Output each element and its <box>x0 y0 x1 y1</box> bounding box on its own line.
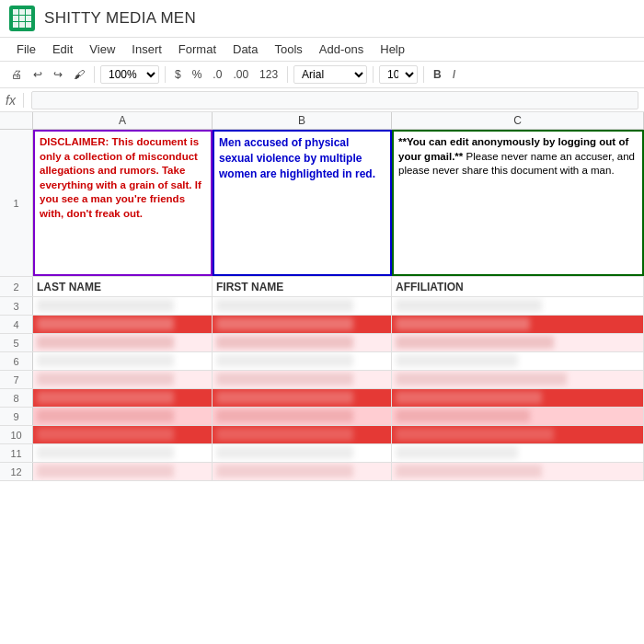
decimal1-button[interactable]: .0 <box>209 66 225 83</box>
table-row: 9 <box>0 408 644 426</box>
col-header-a[interactable]: A <box>33 112 213 129</box>
row-num-2: 2 <box>0 277 33 296</box>
cell-4a[interactable] <box>33 316 213 333</box>
italic-button[interactable]: I <box>449 66 459 83</box>
col-header-c[interactable]: C <box>392 112 644 129</box>
cell-2c[interactable]: AFFILIATION <box>392 277 644 296</box>
decimal2-button[interactable]: .00 <box>229 66 252 83</box>
bold-button[interactable]: B <box>430 66 445 83</box>
cell-10a[interactable] <box>33 426 213 443</box>
cell-6a[interactable] <box>33 352 213 370</box>
cell-3c[interactable] <box>392 297 644 315</box>
formula-input[interactable] <box>31 91 638 109</box>
menu-bar: File Edit View Insert Format Data Tools … <box>0 38 644 62</box>
disclaimer-text: DISCLAIMER: This document is only a coll… <box>40 135 206 221</box>
blurred-name <box>37 354 174 367</box>
row-num-7: 7 <box>0 371 33 388</box>
font-select[interactable]: Arial <box>293 65 367 84</box>
divider-5 <box>423 66 424 83</box>
blurred-affil <box>396 317 530 330</box>
cell-9b[interactable] <box>213 408 392 425</box>
cell-3a[interactable] <box>33 297 213 315</box>
font-size-select[interactable]: 10 <box>379 65 418 84</box>
blurred-name <box>216 428 353 441</box>
row-num-10: 10 <box>0 426 33 443</box>
menu-data[interactable]: Data <box>225 40 265 59</box>
cell-10c[interactable] <box>392 426 644 443</box>
formula-fx-label: fx <box>6 93 24 108</box>
cell-5b[interactable] <box>213 334 392 351</box>
cell-4c[interactable] <box>392 316 644 333</box>
cell-8b[interactable] <box>213 389 392 407</box>
blurred-name <box>37 299 174 312</box>
cell-8a[interactable] <box>33 389 213 407</box>
paint-format-button[interactable]: 🖌 <box>70 66 88 83</box>
menu-format[interactable]: Format <box>171 40 224 59</box>
table-row: 6 <box>0 352 644 371</box>
cell-5a[interactable] <box>33 334 213 351</box>
spreadsheet: A B C 1 DISCLAIMER: This document is onl… <box>0 112 644 481</box>
document-title: SHITTY MEDIA MEN <box>44 9 196 28</box>
menu-view[interactable]: View <box>82 40 122 59</box>
cell-8c[interactable] <box>392 389 644 407</box>
menu-insert[interactable]: Insert <box>124 40 169 59</box>
blurred-name <box>37 373 174 385</box>
cell-11c[interactable] <box>392 444 644 462</box>
blurred-name <box>216 465 353 477</box>
blurred-affil <box>396 409 530 422</box>
toolbar: 🖨 ↩ ↪ 🖌 100% $ % .0 .00 123 Arial 10 B I <box>0 62 644 88</box>
cell-6c[interactable] <box>392 352 644 370</box>
table-row: 12 <box>0 463 644 481</box>
cell-9a[interactable] <box>33 408 213 425</box>
row-num-6: 6 <box>0 352 33 370</box>
menu-file[interactable]: File <box>9 40 43 59</box>
cell-9c[interactable] <box>392 408 644 425</box>
zoom-select[interactable]: 100% <box>100 65 159 84</box>
blurred-name <box>37 336 174 349</box>
cell-4b[interactable] <box>213 316 392 333</box>
undo-button[interactable]: ↩ <box>29 66 46 83</box>
number-format-button[interactable]: 123 <box>256 66 282 83</box>
row-num-11: 11 <box>0 444 33 462</box>
percent-button[interactable]: % <box>189 66 206 83</box>
cell-7b[interactable] <box>213 371 392 388</box>
row-num-3: 3 <box>0 297 33 315</box>
col-header-b[interactable]: B <box>213 112 392 129</box>
row-num-8: 8 <box>0 389 33 407</box>
blurred-name <box>216 354 353 367</box>
cell-12a[interactable] <box>33 463 213 480</box>
cell-7a[interactable] <box>33 371 213 388</box>
menu-edit[interactable]: Edit <box>45 40 80 59</box>
cell-5c[interactable] <box>392 334 644 351</box>
cell-7c[interactable] <box>392 371 644 388</box>
cell-1a[interactable]: DISCLAIMER: This document is only a coll… <box>33 130 213 276</box>
blurred-name <box>216 373 353 385</box>
currency-button[interactable]: $ <box>171 66 185 83</box>
cell-11b[interactable] <box>213 444 392 462</box>
cell-2a[interactable]: LAST NAME <box>33 277 213 296</box>
cell-10b[interactable] <box>213 426 392 443</box>
cell-11a[interactable] <box>33 444 213 462</box>
cell-2b[interactable]: FIRST NAME <box>213 277 392 296</box>
menu-tools[interactable]: Tools <box>267 40 309 59</box>
blurred-name <box>216 446 353 459</box>
cell-12c[interactable] <box>392 463 644 480</box>
menu-help[interactable]: Help <box>373 40 412 59</box>
cell-1b[interactable]: Men accused of physical sexual violence … <box>213 130 392 276</box>
table-row: 1 DISCLAIMER: This document is only a co… <box>0 130 644 277</box>
blurred-name <box>37 428 174 441</box>
cell-3b[interactable] <box>213 297 392 315</box>
highlighted-text: Men accused of physical sexual violence … <box>219 135 385 181</box>
menu-addons[interactable]: Add-ons <box>312 40 371 59</box>
blurred-affil <box>396 354 518 367</box>
blurred-affil <box>396 336 554 349</box>
redo-button[interactable]: ↪ <box>50 66 66 83</box>
cell-1c[interactable]: **You can edit anonymously by logging ou… <box>392 130 644 276</box>
row-num-12: 12 <box>0 463 33 480</box>
blurred-affil <box>396 373 567 385</box>
cell-6b[interactable] <box>213 352 392 370</box>
blurred-name <box>37 446 174 459</box>
print-button[interactable]: 🖨 <box>7 66 26 83</box>
blurred-name <box>216 409 353 422</box>
cell-12b[interactable] <box>213 463 392 480</box>
